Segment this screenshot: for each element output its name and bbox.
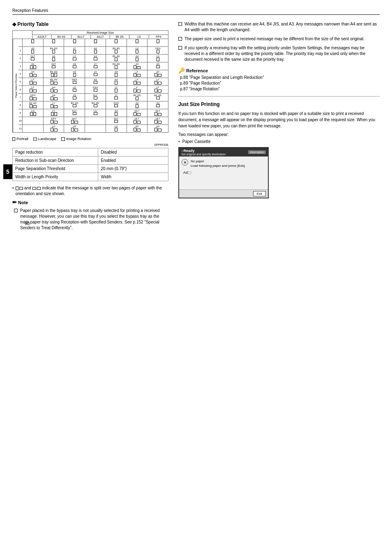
settings-row: Width or Length Priority Width [13,173,168,181]
exit-button[interactable]: Exit [253,191,266,196]
right-bullet-1: The paper size used to print a received … [178,36,380,42]
setting-key-1: Reduction in Sub-scan Direction [13,157,98,165]
table-row: 6 LT A4 LG F/F4 LT F LT [18,86,168,94]
left-column: ◆ Priority Table Received Image Size A3,… [12,21,168,234]
note-item-0: Paper placed in the bypass tray is not u… [12,208,168,231]
table-row: 2 DLT A3 LT A4 B5 JIS A4 LG [18,55,168,62]
setting-val-2: 20 mm (0.79") [98,165,168,173]
section-divider [178,96,380,97]
paper-cassette-item: • Paper Cassette [178,139,380,144]
legend-rotation: Image Rotation [61,137,91,141]
rotation-icon [61,137,65,141]
just-size-title: Just Size Printing [178,101,380,107]
reference-title: 🔑 Reference [178,67,380,74]
table-row: 1 A3 B4 JIS LT A4 B5 JIS LG F/F4 [18,47,168,55]
col-hdr-6: F/F4 [149,35,168,39]
table-row: 3 A4 DLT A4 LT B4 JIS A4 A4 [18,62,168,70]
portrait-icon [12,137,15,141]
size-label: A4⬚ [183,170,265,175]
col-hdr-4: B5 JIS [110,35,129,39]
load-text: Load following paper and press [Exit]. [191,164,245,168]
legend-landscape: Landscape [33,137,56,141]
priority-table: Received Image Size A3,DLT B4 JIS A4,LT … [12,30,168,133]
priority-table-title: ◆ Priority Table [12,21,168,27]
right-square-icon [178,22,182,26]
bullet-dot: • [12,185,14,197]
chapter-tab: 5 [3,164,12,179]
two-messages: Two messages can appear: [178,132,380,137]
note-title: ✏ Note [12,199,168,205]
reference-section: 🔑 Reference p.88 "Page Separation and Le… [178,67,380,91]
table-row: 5 LT B5 JIS P/F4 A3 A4 LT LT [18,78,168,86]
table-row: 7 F/F4 A4 A3 DLT LT B4 JIS B4 JIS [18,94,168,101]
ref-item-2: p.87 "Image Rotation" [178,87,380,91]
display-top-left: ○Ready Set original and specify destinat… [181,149,226,156]
col-hdr-3: A4,LT [91,35,110,39]
right-square-icon [178,46,182,50]
display-mockup: ○Ready Set original and specify destinat… [178,147,269,198]
key-icon: 🔑 [178,67,185,74]
display-sub-text: Set original and specify destination [181,153,226,156]
settings-row: Page Separation Threshold 20 mm (0.79") [13,165,168,173]
portrait-label: Portrait [16,137,28,141]
setting-val-0: Disabled [98,148,168,157]
display-top-bar: ○Ready Set original and specify destinat… [179,148,268,157]
rotation-label: Image Rotation [66,137,91,141]
page-header: Reception Features [12,8,380,15]
setting-val-3: Width [98,173,168,181]
col-hdr-5: LG [129,35,149,39]
legend: Portrait Landscape Image Rotation [12,137,168,141]
page-number: 90 [25,221,30,226]
table-row: 11 LG A5 LG A5 A5 [18,125,168,132]
table-body: Paper Select Priorities [13,39,168,132]
paper-cassette-label: Paper Cassette [182,139,211,144]
landscape-label: Landscape [38,137,56,141]
table-rows: 1 A3 B4 JIS LT A4 B5 JIS LG F/F4 2 [18,39,168,132]
display-message: No paper Load following paper and press … [191,159,245,168]
table-row: 9 LG LT DLT LG A3 DLT DLT [18,109,168,117]
right-bullet-0: Widths that this machine can receive are… [178,21,380,33]
col-hdr-1: B4 JIS [52,35,71,39]
received-header: Received Image Size [32,31,168,35]
col-hdr-2: A4,LT [71,35,91,39]
settings-row: Reduction in Sub-scan Direction Enabled [13,157,168,165]
just-size-body: If you turn this function on and no pape… [178,111,380,129]
col-hdr-0: A3,DLT [32,35,52,39]
setting-key-3: Width or Length Priority [13,173,98,181]
note-square-icon [14,209,18,212]
no-paper-text: No paper [191,159,245,164]
right-bullet-text-2: If you specify a receiving tray with the… [184,45,380,62]
setting-val-1: Enabled [98,157,168,165]
ref-item-1: p.89 "Page Reduction" [178,81,380,85]
right-bullet-text-1: The paper size used to print a received … [184,36,364,42]
row-label: Paper Select Priorities [13,39,18,132]
right-bullet-2: If you specify a receiving tray with the… [178,45,380,62]
legend-portrait: Portrait [12,137,28,141]
no-paper-icon: ⊕ [182,159,188,166]
ref-item-0: p.88 "Page Separation and Length Reducti… [178,75,380,80]
table-row [18,39,168,47]
split-bullet-text: and indicate that the message is split o… [16,185,168,197]
note-text-0: Paper placed in the bypass tray is not u… [20,208,168,231]
right-column: Widths that this machine can receive are… [178,21,380,234]
setting-key-2: Page Separation Threshold [13,165,98,173]
right-square-icon [178,37,182,41]
ready-status: ○Ready [181,149,226,153]
table-row: 10 F/F4 HLT DLT HLT HLT [18,117,168,125]
display-icon-row: ⊕ No paper Load following paper and pres… [182,159,265,168]
landscape-icon [33,138,37,140]
table-row: 4 A4 B5 JIS A4 LT A4 LT A4 [18,70,168,78]
bullet-dot-2: • [178,139,180,144]
right-bullet-text-0: Widths that this machine can receive are… [184,21,380,33]
split-bullet: • and indicate that the message is split… [12,185,168,197]
settings-table: Page reduction Disabled Reduction in Sub… [12,148,168,181]
off-mode-label: GFPRODE [12,143,168,146]
info-button: Information [248,150,266,154]
display-footer: Exit [179,189,268,198]
header-title: Reception Features [12,8,48,13]
setting-key-0: Page reduction [13,148,98,157]
note-pencil-icon: ✏ [12,199,17,205]
settings-row: Page reduction Disabled [13,148,168,157]
table-row: 8 B4 JIS LT B4 JIS B4 JIS F/F4 A3 A3 [18,101,168,109]
display-body: ⊕ No paper Load following paper and pres… [179,157,268,189]
